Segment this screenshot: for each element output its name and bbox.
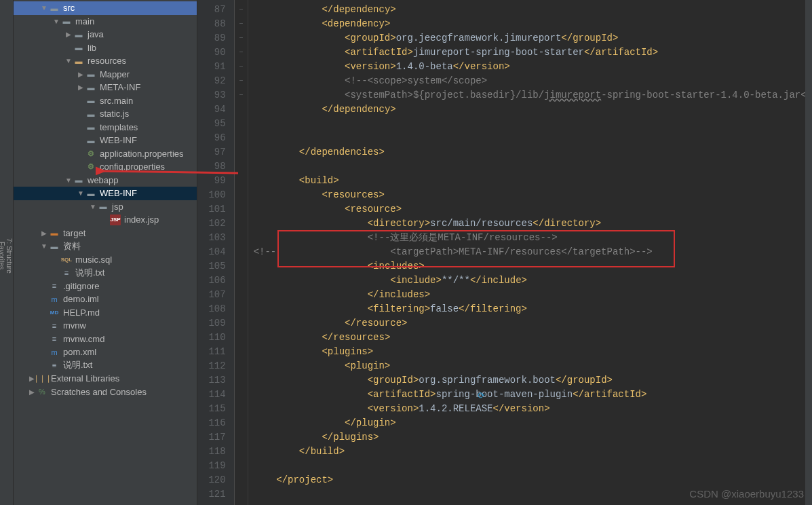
code-line[interactable]: <directory>src/main/resources</directory…: [254, 217, 812, 231]
tree-item[interactable]: ▶%Scratches and Consoles: [14, 386, 197, 399]
tree-item[interactable]: ▶❘❘❘External Libraries: [14, 372, 197, 386]
tree-item[interactable]: ▼▬WEB-INF: [14, 187, 197, 200]
code-line[interactable]: </project>: [254, 473, 812, 487]
line-number: 107: [197, 288, 226, 302]
chevron-down-icon[interactable]: ▼: [52, 18, 61, 25]
folder-icon: ▬: [73, 29, 84, 40]
chevron-down-icon[interactable]: ▼: [76, 189, 85, 197]
code-line[interactable]: </dependency>: [254, 102, 812, 117]
code-line[interactable]: </includes>: [254, 288, 812, 302]
line-number: 90: [197, 45, 226, 60]
code-line[interactable]: </resources>: [254, 331, 812, 345]
fold-toggle-icon[interactable]: −: [235, 88, 248, 102]
code-line[interactable]: </resource>: [254, 316, 812, 331]
run-reload-icon[interactable]: ⟳: [478, 390, 488, 401]
fold-toggle-icon[interactable]: −: [235, 74, 248, 88]
code-content[interactable]: </dependency> <dependency> <groupId>org.…: [248, 0, 812, 505]
tree-item[interactable]: mdemo.iml: [14, 293, 197, 306]
code-line[interactable]: <artifactId>jimureport-spring-boot-start…: [254, 45, 812, 60]
chevron-right-icon[interactable]: ▶: [64, 31, 73, 38]
fold-toggle-icon[interactable]: −: [235, 31, 248, 45]
code-editor[interactable]: 8788899091929394959697989910010110210310…: [197, 0, 812, 505]
code-line[interactable]: </dependency>: [254, 3, 812, 17]
tree-item[interactable]: ▼▬resources: [14, 54, 197, 68]
tree-item[interactable]: SQLmusic.sql: [14, 253, 197, 267]
line-number: 117: [197, 430, 226, 445]
code-line[interactable]: <build>: [254, 174, 812, 188]
chevron-right-icon[interactable]: ▶: [76, 71, 85, 78]
code-line[interactable]: <version>1.4.0-beta</version>: [254, 60, 812, 74]
fold-gutter[interactable]: −−−−−−−: [235, 0, 248, 505]
code-line[interactable]: <!--<scope>system</scope>: [254, 74, 812, 88]
tree-item[interactable]: ▼▬jsp: [14, 200, 197, 214]
tree-item[interactable]: ≡说明.txt: [14, 266, 197, 280]
code-line[interactable]: <plugins>: [254, 345, 812, 359]
tree-item-label: webapp: [88, 175, 119, 185]
rail-structure[interactable]: 7: Structure: [5, 238, 13, 274]
rail-favorites[interactable]: Favorites: [0, 242, 5, 269]
tree-item[interactable]: ▬static.js: [14, 107, 197, 121]
chevron-right-icon[interactable]: ▶: [76, 83, 85, 91]
code-line[interactable]: [254, 459, 812, 473]
tree-item[interactable]: ▼▬main: [14, 15, 197, 29]
code-line[interactable]: <resource>: [254, 202, 812, 217]
fold-toggle-icon[interactable]: −: [235, 45, 248, 60]
chevron-down-icon[interactable]: ▼: [64, 57, 73, 64]
code-line[interactable]: </build>: [254, 445, 812, 459]
tree-item[interactable]: ▬WEB-INF: [14, 134, 197, 147]
code-line[interactable]: <artifactId>spring-boot-maven-plugin</ar…: [254, 388, 812, 402]
code-line[interactable]: [254, 117, 812, 131]
tree-item[interactable]: ▶▬java: [14, 28, 197, 41]
code-line[interactable]: </plugins>: [254, 430, 812, 445]
tree-item[interactable]: ⚙config.properties: [14, 160, 197, 174]
code-line[interactable]: <!--这里必须是META-INF/resources-->: [254, 231, 812, 245]
tree-item[interactable]: mpom.xml: [14, 345, 197, 359]
tree-item[interactable]: ▶▬Mapper: [14, 68, 197, 81]
tree-item-label: demo.iml: [63, 294, 99, 304]
code-line[interactable]: <includes>: [254, 259, 812, 274]
project-tree[interactable]: ▼▬src▼▬main▶▬java▬lib▼▬resources▶▬Mapper…: [14, 0, 197, 398]
tree-item[interactable]: ▬templates: [14, 121, 197, 134]
code-line[interactable]: <filtering>false</filtering>: [254, 302, 812, 316]
tree-item[interactable]: ≡.gitignore: [14, 280, 197, 293]
tree-item[interactable]: ▼▬资料: [14, 240, 197, 253]
code-line[interactable]: <!-- <targetPath>META-INF/resources</tar…: [254, 245, 812, 259]
tree-item[interactable]: ⚙application.properties: [14, 147, 197, 161]
fold-toggle-icon[interactable]: −: [235, 17, 248, 31]
chevron-right-icon[interactable]: ▶: [27, 388, 37, 396]
code-line[interactable]: <resources>: [254, 188, 812, 202]
tree-item[interactable]: ▬src.main: [14, 94, 197, 108]
code-line[interactable]: </dependencies>: [254, 145, 812, 160]
code-line[interactable]: <groupId>org.springframework.boot</group…: [254, 373, 812, 388]
code-line[interactable]: <groupId>org.jeecgframework.jimureport</…: [254, 31, 812, 45]
code-line[interactable]: <include>**/**</include>: [254, 274, 812, 288]
tree-item[interactable]: ▬lib: [14, 41, 197, 55]
tree-item[interactable]: JSPindex.jsp: [14, 213, 197, 227]
tree-item-label: main: [75, 16, 94, 26]
line-number: 108: [197, 302, 226, 316]
file-icon: ≡: [49, 280, 60, 291]
tree-item[interactable]: ▶▬target: [14, 227, 197, 240]
code-line[interactable]: <plugin>: [254, 359, 812, 373]
tree-item[interactable]: MDHELP.md: [14, 306, 197, 320]
code-line[interactable]: [254, 131, 812, 145]
chevron-down-icon[interactable]: ▼: [39, 4, 49, 12]
code-line[interactable]: <dependency>: [254, 17, 812, 31]
code-line[interactable]: </plugin>: [254, 416, 812, 430]
code-line[interactable]: [254, 160, 812, 174]
tree-item-label: External Libraries: [51, 373, 119, 384]
code-line[interactable]: <version>1.4.2.RELEASE</version>: [254, 402, 812, 416]
tree-item[interactable]: ▼▬src: [14, 1, 197, 15]
chevron-down-icon[interactable]: ▼: [39, 242, 49, 250]
fold-toggle-icon[interactable]: −: [235, 3, 248, 17]
fold-toggle-icon[interactable]: −: [235, 60, 248, 74]
chevron-down-icon[interactable]: ▼: [64, 176, 73, 184]
tree-item[interactable]: ≡mvnw.cmd: [14, 333, 197, 346]
tree-item[interactable]: ≡说明.txt: [14, 359, 197, 373]
chevron-down-icon[interactable]: ▼: [88, 203, 98, 210]
tree-item[interactable]: ▼▬webapp: [14, 174, 197, 187]
tree-item[interactable]: ▶▬META-INF: [14, 81, 197, 94]
code-line[interactable]: <systemPath>${project.basedir}/lib/jimur…: [254, 88, 812, 102]
tree-item[interactable]: ≡mvnw: [14, 319, 197, 333]
chevron-right-icon[interactable]: ▶: [39, 229, 49, 237]
